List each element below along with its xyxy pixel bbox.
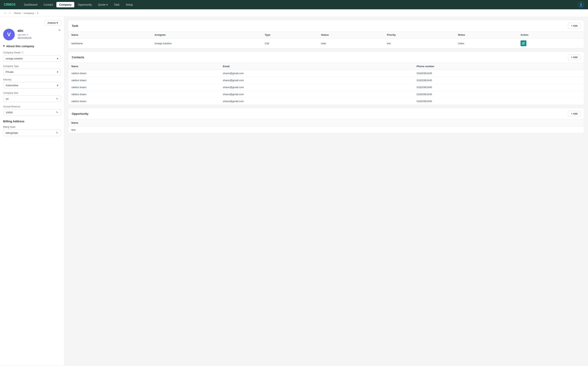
task-card-title: Task [72, 24, 78, 27]
annual-revenue-edit-icon[interactable]: ✎ [56, 111, 58, 114]
user-avatar-button[interactable]: 👤 [578, 1, 584, 8]
task-col-assignee: Assignee [151, 31, 262, 38]
nav-setup[interactable]: Setup [123, 2, 135, 7]
billing-section-title: Billing Address [3, 120, 61, 123]
user-icon: 👤 [579, 3, 583, 7]
task-col-priority: Priority [384, 31, 455, 38]
annual-revenue-input[interactable]: 10000 ✎ [3, 109, 61, 116]
nav-task[interactable]: Task [111, 2, 122, 7]
external-link-icon: ↗ [26, 33, 28, 36]
table-row: test [68, 126, 584, 133]
contacts-card-header: Contacts + Add [68, 52, 584, 63]
contact-cell-name: rakibul shaon [68, 98, 220, 105]
company-edit-button[interactable]: ✎ [58, 29, 61, 32]
company-owner-field: Company Owner ⓘ omega solution ▾ [3, 51, 61, 62]
contacts-col-name: Name [68, 63, 220, 70]
nav-dashboard[interactable]: Dashboard [21, 2, 40, 7]
back-arrow[interactable]: ← [4, 11, 7, 15]
chevron-down-icon: ▾ [57, 84, 58, 87]
contact-cell-email: shaon@gmail.com [220, 70, 413, 77]
company-size-edit-icon[interactable]: ✎ [56, 97, 58, 100]
industry-select[interactable]: Automotive ▾ [3, 82, 61, 89]
opportunity-card-header: Opportunity + Add [68, 108, 584, 119]
brand-logo: CRMOS [4, 3, 16, 6]
actions-button[interactable]: Actions ▾ [45, 20, 61, 26]
contacts-col-email: Email [220, 63, 413, 70]
contact-cell-phone: 01820361645 [413, 70, 584, 77]
contact-cell-name: rakibul shaon [68, 84, 220, 91]
opportunity-cell-name: test [68, 126, 584, 133]
company-size-input[interactable]: 10 ✎ [3, 96, 61, 102]
brand-os: OS [11, 3, 15, 6]
chevron-down-icon: ▾ [106, 3, 108, 6]
billing-state-edit-icon[interactable]: ✎ [56, 131, 58, 134]
contact-cell-phone: 01820361645 [413, 98, 584, 105]
contact-cell-name: rakibul shaon [68, 77, 220, 84]
table-row: rakibul shaon shaon@gmail.com 0182036164… [68, 91, 584, 98]
company-type-label: Company Type [3, 65, 61, 68]
contacts-add-button[interactable]: + Add [568, 54, 580, 60]
task-table-header: Name Assignee Type Status Priority Notes… [68, 31, 584, 38]
actions-bar: Actions ▾ [3, 20, 61, 26]
contacts-col-phone: Phone number [413, 63, 584, 70]
company-owner-select[interactable]: omega solution ▾ [3, 55, 61, 62]
company-website[interactable]: xyz.net ↗ [17, 33, 56, 36]
task-edit-button[interactable] [521, 40, 526, 46]
chevron-down-icon: ▾ [57, 57, 58, 60]
billing-state-field: Billing State billingState ✎ [3, 126, 61, 136]
company-header: V abc xyz.net ↗ 4810165150 ✎ [3, 29, 61, 40]
opportunity-table: Name test [68, 119, 584, 133]
company-type-select[interactable]: Private ▾ [3, 69, 61, 75]
task-add-button[interactable]: + Add [568, 23, 580, 29]
opportunity-add-button[interactable]: + Add [568, 111, 580, 116]
contact-cell-phone: 01820361645 [413, 91, 584, 98]
company-phone: 4810165150 [17, 37, 56, 39]
opportunity-card: Opportunity + Add Name test [68, 108, 584, 133]
company-owner-label: Company Owner ⓘ [3, 51, 61, 54]
opportunity-table-body: test [68, 126, 584, 133]
topnav: CRMOS Dashboard Contact Company Opportun… [0, 0, 588, 9]
nav-company[interactable]: Company [56, 2, 74, 7]
contact-cell-email: shaon@gmail.com [220, 77, 413, 84]
contacts-table-body: rakibul shaon shaon@gmail.com 0182036164… [68, 70, 584, 105]
chevron-down-icon: ▾ [56, 21, 58, 24]
table-row: rakibul shaon shaon@gmail.com 0182036164… [68, 84, 584, 91]
table-row: rakibul shaon shaon@gmail.com 0182036164… [68, 77, 584, 84]
company-type-field: Company Type Private ▾ [3, 65, 61, 75]
task-cell-name: taskName [68, 38, 151, 48]
annual-revenue-field: Annual Revenue 10000 ✎ [3, 105, 61, 116]
brand-crm: CRM [4, 3, 11, 6]
nav-opportunity[interactable]: Opportunity [75, 2, 95, 7]
task-table: Name Assignee Type Status Priority Notes… [68, 31, 584, 48]
company-size-label: Company Size [3, 92, 61, 94]
task-col-action: Action [517, 31, 584, 38]
task-cell-type: Call [262, 38, 318, 48]
main-nav: Dashboard Contact Company Opportunity Qu… [21, 2, 578, 7]
contacts-table: Name Email Phone number rakibul shaon sh… [68, 63, 584, 105]
about-section-header: ▾ About this company [3, 44, 61, 48]
annual-revenue-label: Annual Revenue [3, 105, 61, 108]
industry-label: Industry [3, 78, 61, 81]
contacts-card-title: Contacts [72, 55, 84, 59]
nav-contact[interactable]: Contact [41, 2, 56, 7]
breadcrumb-company[interactable]: company [24, 12, 34, 15]
forward-arrow[interactable]: → [8, 11, 11, 15]
opportunity-col-name: Name [68, 119, 584, 126]
main-layout: Actions ▾ V abc xyz.net ↗ 4810165150 ✎ ▾… [0, 17, 588, 366]
breadcrumb-home[interactable]: Home [14, 12, 21, 15]
billing-state-input[interactable]: billingState ✎ [3, 130, 61, 136]
table-row: taskName omega solution Call todo low no… [68, 38, 584, 48]
about-chevron-icon[interactable]: ▾ [3, 44, 5, 48]
task-card-header: Task + Add [68, 20, 584, 31]
sidebar: Actions ▾ V abc xyz.net ↗ 4810165150 ✎ ▾… [0, 17, 64, 366]
billing-section: Billing Address Billing State billingSta… [3, 120, 61, 136]
breadcrumb: ← → Home / company / 1 [0, 9, 588, 17]
contact-cell-phone: 01820361645 [413, 84, 584, 91]
nav-quote[interactable]: Quote ▾ [95, 2, 110, 7]
breadcrumb-current: 1 [37, 12, 39, 15]
contacts-card: Contacts + Add Name Email Phone number r… [68, 52, 584, 105]
task-cell-assignee: omega solution [151, 38, 262, 48]
about-section-title: About this company [6, 45, 34, 48]
avatar: V [3, 29, 15, 40]
table-row: rakibul shaon shaon@gmail.com 0182036164… [68, 70, 584, 77]
